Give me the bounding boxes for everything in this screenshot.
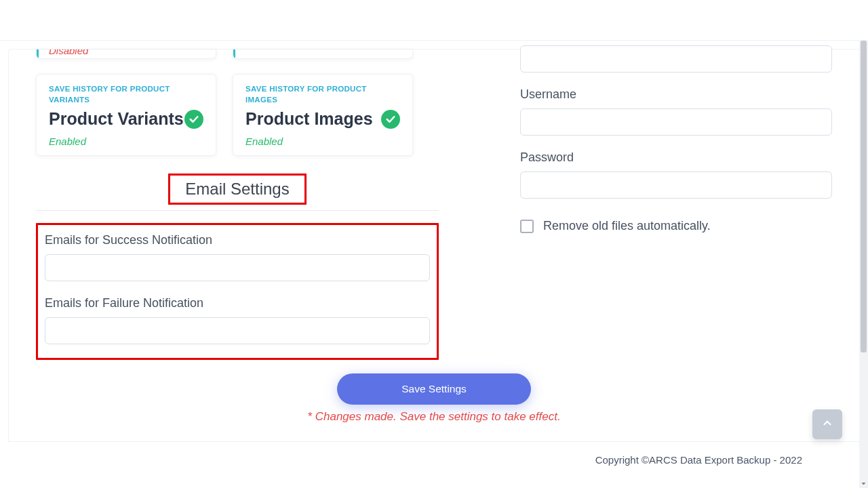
emails-success-input[interactable] [45,254,430,281]
remove-old-files-checkbox[interactable] [520,220,534,233]
scrollbar-down-button[interactable] [859,479,868,488]
host-input[interactable] [520,45,832,73]
email-settings-heading: Email Settings [168,174,306,205]
password-input[interactable] [520,171,832,199]
card-title: Product Variants [49,109,184,129]
history-card-product-variants[interactable]: SAVE HISTORY FOR PRODUCT VARIANTS Produc… [36,74,216,156]
card-status-enabled: Enabled [245,136,400,147]
history-card-partial-left[interactable]: Disabled [36,49,216,59]
unsaved-changes-notice: * Changes made. Save the settings to tak… [36,410,832,424]
settings-page: Disabled SAVE HISTORY FOR PRODUCT VARIAN… [8,49,860,442]
divider [36,210,439,211]
password-label: Password [520,150,832,165]
save-settings-button[interactable]: Save Settings [337,373,531,405]
check-circle-icon [184,110,203,129]
emails-failure-input[interactable] [45,317,430,344]
scrollbar-thumb[interactable] [861,41,867,352]
scrollbar[interactable] [859,41,868,488]
scroll-to-top-button[interactable] [812,409,842,439]
check-circle-icon [381,110,400,129]
card-accent [233,49,235,58]
top-bar [0,0,868,41]
card-eyebrow: SAVE HISTORY FOR PRODUCT VARIANTS [49,84,203,105]
username-label: Username [520,87,832,102]
card-accent [37,49,39,58]
card-status-disabled: Disabled [49,49,88,56]
email-notification-block: Emails for Success Notification Emails f… [36,223,439,360]
history-card-product-images[interactable]: SAVE HISTORY FOR PRODUCT IMAGES Product … [233,74,413,156]
footer-copyright: Copyright ©ARCS Data Export Backup - 202… [8,454,860,466]
history-card-partial-right[interactable] [233,49,413,59]
username-input[interactable] [520,108,832,136]
card-eyebrow: SAVE HISTORY FOR PRODUCT IMAGES [245,84,400,105]
chevron-up-icon [821,417,833,432]
card-status-enabled: Enabled [49,136,203,147]
remove-old-files-label: Remove old files automatically. [543,219,711,233]
emails-failure-label: Emails for Failure Notification [45,296,430,310]
emails-success-label: Emails for Success Notification [45,233,430,247]
card-title: Product Images [245,109,373,129]
chevron-down-icon [861,477,867,488]
